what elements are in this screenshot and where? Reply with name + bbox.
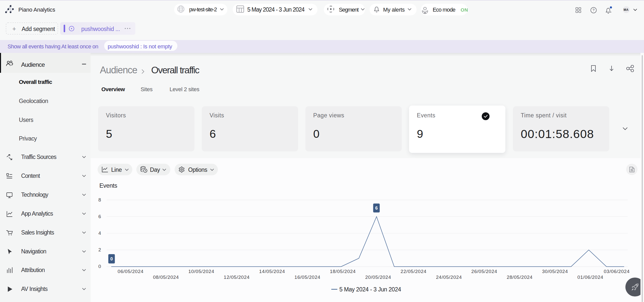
svg-text:?: ? [593,8,595,12]
svg-text:6: 6 [375,206,378,211]
svg-text:0: 0 [110,256,113,261]
